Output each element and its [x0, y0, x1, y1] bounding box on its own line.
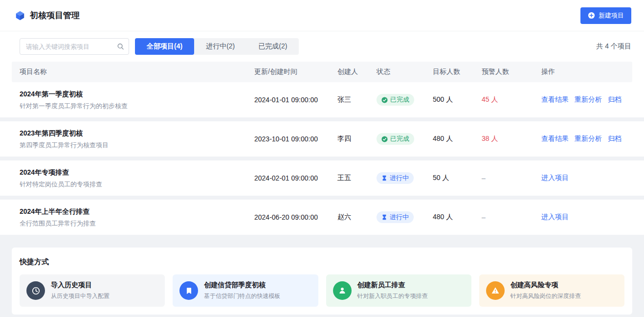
project-name-cell: 2024年专项排查 针对特定岗位员工的专项排查	[20, 167, 254, 189]
shortcut-grid: 导入历史项目 从历史项目中导入配置 创建信贷部季度初核 基于信贷部门特点的快速模…	[20, 274, 624, 307]
table-row: 2024年上半年全行排查 全行范围员工异常行为排查 2024-06-20 09:…	[12, 200, 632, 235]
hourglass-icon	[381, 175, 387, 181]
project-desc: 针对特定岗位员工的专项排查	[20, 180, 254, 189]
cube-logo-icon	[15, 10, 25, 21]
project-name-cell: 2024年第一季度初核 针对第一季度员工异常行为的初步核查	[20, 89, 254, 111]
project-desc: 第四季度员工异常行为核查项目	[20, 141, 254, 150]
new-project-label: 新建项目	[599, 11, 624, 20]
bookmark-icon	[179, 281, 198, 300]
person-icon	[333, 281, 352, 300]
action-archive[interactable]: 归档	[608, 135, 622, 143]
column-header-status: 状态	[377, 68, 433, 76]
clock-icon	[26, 281, 45, 300]
shortcut-text: 创建信贷部季度初核 基于信贷部门特点的快速模板	[204, 281, 280, 300]
row-divider	[0, 157, 644, 160]
shortcut-text: 创建高风险专项 针对高风险岗位的深度排查	[511, 281, 581, 300]
table-row: 2023年第四季度初核 第四季度员工异常行为核查项目 2023-10-01 09…	[12, 121, 632, 157]
project-creator: 王五	[337, 174, 377, 182]
project-status-cell: 已完成	[377, 94, 433, 106]
shortcut-high-risk-special[interactable]: 创建高风险专项 针对高风险岗位的深度排查	[479, 274, 624, 307]
toolbar: 全部项目(4) 进行中(2) 已完成(2) 共 4 个项目	[0, 31, 644, 62]
warning-count: –	[482, 213, 541, 221]
page-title: 初核项目管理	[30, 10, 80, 21]
shortcut-import-history[interactable]: 导入历史项目 从历史项目中导入配置	[20, 274, 165, 307]
project-time: 2024-06-20 09:00:00	[254, 213, 337, 221]
shortcuts-card: 快捷方式 导入历史项目 从历史项目中导入配置 创建信贷部季度初核 基于信贷部门特…	[12, 248, 632, 315]
row-actions: 进入项目	[541, 174, 624, 182]
check-circle-icon	[381, 97, 388, 103]
shortcut-title: 创建高风险专项	[511, 281, 581, 290]
status-label: 进行中	[390, 213, 409, 222]
table-row: 2024年专项排查 针对特定岗位员工的专项排查 2024-02-01 09:00…	[12, 160, 632, 196]
target-count: 480 人	[433, 135, 482, 143]
status-badge-in-progress: 进行中	[377, 211, 414, 223]
status-label: 已完成	[390, 95, 409, 104]
filter-tabs: 全部项目(4) 进行中(2) 已完成(2)	[135, 38, 299, 55]
table-row: 2024年第一季度初核 针对第一季度员工异常行为的初步核查 2024-01-01…	[12, 82, 632, 117]
page-header: 初核项目管理 新建项目	[0, 0, 644, 31]
project-name-cell: 2024年上半年全行排查 全行范围员工异常行为排查	[20, 206, 254, 228]
project-time: 2024-01-01 09:00:00	[254, 96, 337, 104]
shortcut-desc: 针对高风险岗位的深度排查	[511, 292, 581, 300]
tab-all-projects[interactable]: 全部项目(4)	[135, 38, 194, 55]
project-status-cell: 进行中	[377, 172, 433, 184]
target-count: 480 人	[433, 213, 482, 222]
project-time: 2023-10-01 09:00:00	[254, 135, 337, 143]
column-header-warning: 预警人数	[482, 68, 541, 76]
status-badge-completed: 已完成	[377, 94, 414, 106]
project-status-cell: 已完成	[377, 133, 433, 145]
status-badge-completed: 已完成	[377, 133, 414, 145]
column-header-time: 更新/创建时间	[254, 68, 337, 76]
shortcut-new-employee-check[interactable]: 创建新员工排查 针对新入职员工的专项排查	[326, 274, 471, 307]
project-name: 2024年上半年全行排查	[20, 206, 254, 216]
action-enter-project[interactable]: 进入项目	[541, 174, 569, 182]
status-label: 进行中	[390, 174, 409, 182]
hourglass-icon	[381, 214, 387, 220]
warning-count: –	[482, 174, 541, 182]
shortcut-desc: 从历史项目中导入配置	[51, 292, 110, 300]
project-name: 2024年第一季度初核	[20, 89, 254, 99]
warning-count: 38 人	[482, 135, 541, 143]
table-header-row: 项目名称 更新/创建时间 创建人 状态 目标人数 预警人数 操作	[12, 62, 632, 82]
project-name: 2024年专项排查	[20, 167, 254, 177]
shortcut-credit-dept-review[interactable]: 创建信贷部季度初核 基于信贷部门特点的快速模板	[173, 274, 318, 307]
action-reanalyze[interactable]: 重新分析	[575, 95, 602, 104]
action-view-results[interactable]: 查看结果	[541, 135, 569, 143]
action-enter-project[interactable]: 进入项目	[541, 213, 569, 222]
tab-completed[interactable]: 已完成(2)	[246, 38, 299, 55]
row-actions: 查看结果 重新分析 归档	[541, 95, 624, 104]
shortcuts-title: 快捷方式	[20, 257, 624, 267]
warning-count: 45 人	[482, 95, 541, 104]
status-label: 已完成	[390, 135, 409, 143]
project-count: 共 4 个项目	[596, 42, 631, 51]
target-count: 500 人	[433, 95, 482, 104]
shortcut-text: 导入历史项目 从历史项目中导入配置	[51, 281, 110, 300]
action-archive[interactable]: 归档	[608, 95, 622, 104]
row-actions: 进入项目	[541, 213, 624, 222]
shortcut-desc: 针对新入职员工的专项排查	[357, 292, 428, 300]
column-header-name: 项目名称	[20, 68, 254, 76]
new-project-button[interactable]: 新建项目	[580, 7, 631, 24]
project-name: 2023年第四季度初核	[20, 128, 254, 138]
shortcut-desc: 基于信贷部门特点的快速模板	[204, 292, 280, 300]
search-icon[interactable]	[117, 43, 124, 50]
project-desc: 针对第一季度员工异常行为的初步核查	[20, 102, 254, 111]
shortcut-title: 创建新员工排查	[357, 281, 428, 290]
project-creator: 张三	[337, 95, 377, 104]
warning-icon	[486, 281, 505, 300]
row-divider	[0, 196, 644, 200]
search-box	[20, 38, 129, 55]
app-title-group: 初核项目管理	[15, 10, 80, 21]
action-view-results[interactable]: 查看结果	[541, 95, 569, 104]
row-actions: 查看结果 重新分析 归档	[541, 135, 624, 143]
status-badge-in-progress: 进行中	[377, 172, 414, 184]
action-reanalyze[interactable]: 重新分析	[575, 135, 602, 143]
search-input[interactable]	[20, 38, 129, 55]
target-count: 50 人	[433, 174, 482, 182]
column-header-target: 目标人数	[433, 68, 482, 76]
row-divider	[0, 117, 644, 121]
project-list-panel: 全部项目(4) 进行中(2) 已完成(2) 共 4 个项目 项目名称 更新/创建…	[0, 31, 644, 235]
tab-in-progress[interactable]: 进行中(2)	[194, 38, 246, 55]
check-circle-icon	[381, 136, 388, 142]
plus-circle-icon	[588, 12, 595, 19]
